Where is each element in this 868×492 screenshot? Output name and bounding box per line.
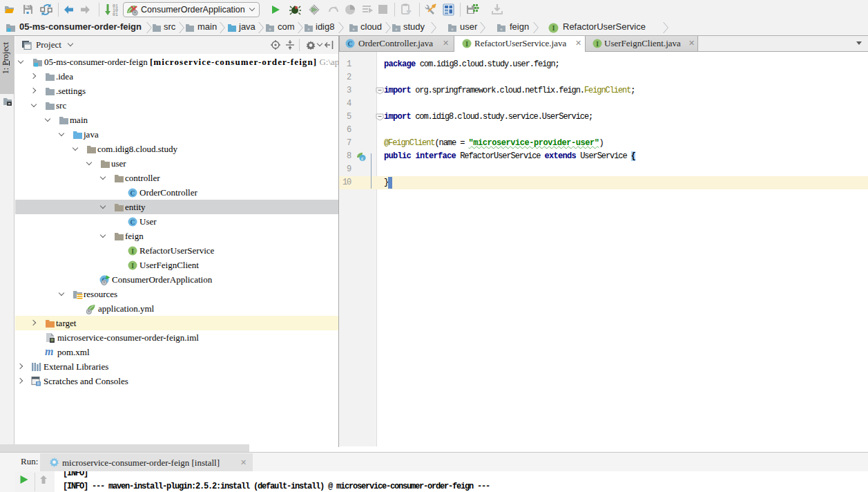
- svg-text:01: 01: [113, 12, 118, 17]
- svg-text:I: I: [596, 41, 599, 48]
- svg-text:C: C: [131, 219, 135, 226]
- svg-text:c: c: [361, 155, 364, 162]
- svg-text:C: C: [348, 41, 353, 48]
- svg-text:C: C: [131, 190, 135, 197]
- svg-text:I: I: [552, 25, 555, 32]
- svg-text:I: I: [465, 41, 468, 48]
- svg-text:I: I: [131, 248, 134, 255]
- svg-text:I: I: [131, 263, 134, 269]
